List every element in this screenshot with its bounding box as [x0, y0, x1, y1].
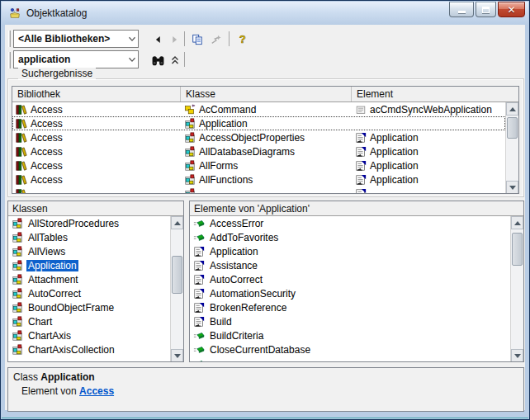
enum-icon: [184, 104, 196, 116]
help-icon: ?: [236, 34, 248, 45]
scrollbar-thumb[interactable]: [507, 117, 518, 139]
item-label: AddToFavorites: [208, 232, 280, 243]
classes-scrollbar[interactable]: [170, 216, 183, 362]
toolbar-grip: [8, 31, 11, 47]
members-scrollbar[interactable]: [510, 216, 523, 362]
scroll-down-button[interactable]: [171, 349, 183, 362]
class-list-item[interactable]: AutoCorrect: [8, 286, 170, 300]
scroll-down-button[interactable]: [506, 181, 518, 194]
scroll-up-button[interactable]: [171, 216, 183, 229]
item-label: Build: [208, 316, 234, 328]
scroll-up-button[interactable]: [506, 102, 518, 116]
result-row[interactable]: AccessAccessObjectPropertiesApplication: [12, 130, 505, 144]
collapse-results-button[interactable]: [167, 52, 183, 68]
library-name: Access: [31, 104, 63, 116]
scroll-up-button[interactable]: [511, 216, 523, 229]
close-button[interactable]: ✕: [498, 2, 525, 17]
class-list-item[interactable]: AllTables: [8, 230, 170, 244]
class-name: AccessObjectProperties: [199, 132, 305, 144]
element-name: acCmdSyncWebApplication: [370, 104, 492, 116]
member-list-item[interactable]: [190, 356, 510, 362]
scroll-down-button[interactable]: [511, 349, 523, 362]
class-name: AcCommand: [199, 104, 256, 116]
class-name: AllFunctions: [199, 174, 253, 186]
class-icon: [184, 188, 196, 195]
item-label: BoundObjectFrame: [26, 302, 116, 314]
class-list-item[interactable]: ChartAxis: [8, 328, 170, 342]
result-row[interactable]: AccessAcCommandacCmdSyncWebApplication: [12, 102, 505, 116]
member-list-item[interactable]: BuildCriteria: [190, 328, 510, 342]
member-list-item[interactable]: AddToFavorites: [190, 230, 510, 244]
element-name: Application: [370, 174, 419, 186]
property-icon: [355, 174, 367, 186]
library-link[interactable]: Access: [79, 385, 114, 397]
member-list-item[interactable]: Assistance: [190, 258, 510, 272]
library-name: Access: [31, 160, 63, 172]
go-back-button[interactable]: [150, 31, 167, 48]
library-icon: [16, 132, 27, 144]
help-button[interactable]: ?: [234, 31, 250, 48]
result-row[interactable]: AccessApplication: [12, 116, 505, 130]
class-list-item[interactable]: AllStoredProcedures: [8, 216, 170, 230]
search-combobox-value: application: [18, 54, 126, 65]
library-combobox-value: <Alle Bibliotheken>: [18, 33, 126, 45]
class-icon: [184, 160, 196, 172]
result-row[interactable]: AccessAllFormsApplication: [12, 158, 505, 172]
member-list-item[interactable]: AutoCorrect: [190, 272, 510, 286]
result-row[interactable]: [12, 186, 505, 194]
member-list-item[interactable]: Build: [190, 314, 510, 328]
show-definition-icon: [211, 34, 222, 45]
member-list-item[interactable]: AutomationSecurity: [190, 286, 510, 300]
details-class-prefix: Class: [13, 371, 38, 383]
library-name: Access: [31, 118, 63, 130]
member-list-item[interactable]: BrokenReference: [190, 300, 510, 314]
svg-text:?: ?: [239, 34, 246, 45]
results-scrollbar[interactable]: [505, 102, 518, 194]
chevron-down-icon[interactable]: [126, 54, 138, 65]
collapse-results-icon: [169, 54, 181, 66]
result-row[interactable]: AccessAllFunctionsApplication: [12, 172, 505, 186]
go-forward-button: [166, 31, 182, 48]
classes-panel: Klassen AllStoredProceduresAllTablesAllV…: [7, 201, 184, 362]
member-list-item[interactable]: CloseCurrentDatabase: [190, 342, 510, 356]
method-icon: [193, 344, 205, 356]
member-list-item[interactable]: AccessError: [190, 216, 510, 230]
property-icon: [193, 302, 205, 314]
library-name: Access: [31, 132, 63, 144]
class-list-item[interactable]: Application: [8, 258, 170, 272]
search-button[interactable]: [149, 52, 166, 68]
item-label: ChartAxis: [26, 330, 73, 342]
library-combobox[interactable]: <Alle Bibliotheken>: [13, 30, 139, 48]
toolbar-separator: [184, 52, 185, 67]
minimize-icon: [458, 11, 466, 13]
class-list-item[interactable]: ChartAxisCollection: [8, 342, 170, 356]
class-list-item[interactable]: AllViews: [8, 244, 170, 258]
maximize-button[interactable]: [476, 2, 496, 17]
class-name: AllDatabaseDiagrams: [199, 146, 295, 158]
property-icon: [355, 146, 367, 158]
class-list-item[interactable]: Chart: [8, 314, 170, 328]
scrollbar-thumb[interactable]: [172, 256, 182, 294]
property-icon: [355, 160, 367, 172]
item-label: AllViews: [26, 246, 67, 257]
class-icon: [184, 118, 196, 130]
class-list-item[interactable]: BoundObjectFrame: [8, 300, 170, 314]
member-list-item[interactable]: Application: [190, 244, 510, 258]
minimize-button[interactable]: [449, 2, 474, 17]
scrollbar-thumb[interactable]: [512, 233, 523, 266]
copy-icon: [192, 34, 203, 45]
chevron-down-icon[interactable]: [126, 33, 138, 45]
copy-button[interactable]: [189, 31, 206, 48]
class-name: AllForms: [199, 160, 238, 172]
column-header-klasse: Klasse: [181, 87, 352, 101]
property-icon: [193, 246, 205, 257]
result-row[interactable]: AccessAllDatabaseDiagramsApplication: [12, 144, 505, 158]
search-combobox[interactable]: application: [13, 50, 139, 68]
class-list-item[interactable]: Attachment: [8, 272, 170, 286]
triangle-down-icon: [174, 354, 181, 358]
toolbar-separator: [229, 31, 230, 46]
const-icon: [355, 104, 367, 116]
library-name: Access: [31, 146, 63, 158]
column-header-element: Element: [352, 87, 518, 101]
class-icon: [12, 316, 23, 328]
